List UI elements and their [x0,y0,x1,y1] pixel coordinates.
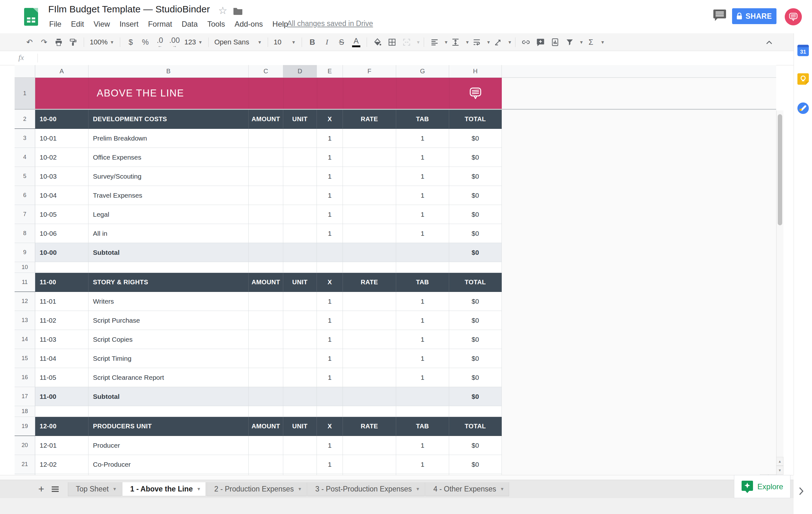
cell-H14[interactable]: $0 [449,330,502,349]
cell-G14[interactable]: 1 [396,330,449,349]
cell-A2[interactable]: 10-00 [35,110,88,128]
cell-E2[interactable]: X [317,110,343,128]
cell-H9[interactable]: $0 [449,243,502,262]
increase-decimal-button[interactable]: .00→ [167,35,182,49]
cell-A4[interactable]: 10-02 [35,148,88,167]
row-header-18[interactable]: 18 [14,406,35,417]
sheet-tab-top-sheet[interactable]: Top Sheet▼ [68,482,121,496]
cell-F16[interactable] [343,368,396,387]
cell-D7[interactable] [283,205,317,224]
column-header-H[interactable]: H [449,65,502,78]
menu-file[interactable]: File [45,18,66,30]
explore-button[interactable]: Explore [734,475,790,498]
cell-F11[interactable]: RATE [343,273,396,292]
cell-H15[interactable]: $0 [449,349,502,368]
row-header-16[interactable]: 16 [14,368,35,387]
cell-A9[interactable]: 10-00 [35,243,88,262]
text-rotation-dropdown[interactable]: ▼ [508,40,512,45]
cell-B18[interactable] [88,406,249,417]
cell-F17[interactable] [343,387,396,406]
cell-A18[interactable] [35,406,88,417]
cell-B2[interactable]: DEVELOPMENT COSTS [88,110,249,128]
cell-B7[interactable]: Legal [88,205,249,224]
row-header-20[interactable]: 20 [14,436,35,455]
cell-E19[interactable]: X [317,417,343,436]
cell-C18[interactable] [249,406,283,417]
cell-G6[interactable]: 1 [396,186,449,205]
cell-A19[interactable]: 12-00 [35,417,88,436]
cell-C11[interactable]: AMOUNT [249,273,283,292]
bold-button[interactable]: B [305,35,320,49]
cell-H7[interactable]: $0 [449,205,502,224]
undo-button[interactable]: ↶ [22,35,37,49]
cell-G12[interactable]: 1 [396,292,449,311]
cell-D5[interactable] [283,167,317,185]
document-title[interactable]: FIlm Budget Template — StudioBinder [48,4,210,15]
menu-view[interactable]: View [89,18,115,30]
vertical-scrollbar[interactable] [776,110,783,457]
row-header-3[interactable]: 3 [14,129,35,147]
cell-D21[interactable] [283,455,317,474]
sheet-tab-menu-icon[interactable]: ▼ [297,486,302,491]
row-header-21[interactable]: 21 [14,455,35,474]
cell-D20[interactable] [283,436,317,455]
cell-G15[interactable]: 1 [396,349,449,368]
insert-link-button[interactable] [519,35,533,49]
sheet-tab-menu-icon[interactable]: ▼ [197,486,201,491]
sheet-tab-2-production-expenses[interactable]: 2 - Production Expenses▼ [206,482,307,496]
cell-G3[interactable]: 1 [396,129,449,147]
cell-G7[interactable]: 1 [396,205,449,224]
cell-F12[interactable] [343,292,396,311]
cell-F10[interactable] [343,262,396,273]
cell-D3[interactable] [283,129,317,147]
functions-dropdown[interactable]: ▼ [601,40,605,45]
cell-C15[interactable] [249,349,283,368]
row-header-12[interactable]: 12 [14,292,35,311]
cell-G2[interactable]: TAB [396,110,449,128]
cell-C21[interactable] [249,455,283,474]
fill-color-button[interactable] [370,35,385,49]
column-header-B[interactable]: B [88,65,249,78]
cell-H6[interactable]: $0 [449,186,502,205]
scroll-down-button[interactable]: ▼ [776,466,783,475]
cell-B11[interactable]: STORY & RIGHTS [88,273,249,292]
cell-E20[interactable]: 1 [317,436,343,455]
row-header-8[interactable]: 8 [14,224,35,243]
cell-C12[interactable] [249,292,283,311]
row-header-5[interactable]: 5 [14,167,35,185]
cell-H10[interactable] [449,262,502,273]
cell-A14[interactable]: 11-03 [35,330,88,349]
row-header-1[interactable]: 1 [14,78,35,109]
cell-G20[interactable]: 1 [396,436,449,455]
filter-button[interactable] [562,35,577,49]
cell-D8[interactable] [283,224,317,243]
keep-icon[interactable] [798,73,809,85]
cell-C7[interactable] [249,205,283,224]
cell-F7[interactable] [343,205,396,224]
cell-A17[interactable]: 11-00 [35,387,88,406]
cell-H21[interactable]: $0 [449,455,502,474]
row-header-11[interactable]: 11 [14,273,35,292]
cell-H8[interactable]: $0 [449,224,502,243]
column-header-G[interactable]: G [396,65,449,78]
cell-D19[interactable]: UNIT [283,417,317,436]
cell-C19[interactable]: AMOUNT [249,417,283,436]
sheet-tab-menu-icon[interactable]: ▼ [415,486,420,491]
cell-F8[interactable] [343,224,396,243]
vertical-align-dropdown[interactable]: ▼ [465,40,469,45]
vertical-scrollbar-thumb[interactable] [778,114,782,225]
cell-H13[interactable]: $0 [449,311,502,330]
sheets-logo-icon[interactable] [24,8,38,26]
cell-C8[interactable] [249,224,283,243]
cell-C16[interactable] [249,368,283,387]
decrease-decimal-button[interactable]: .0← [152,35,167,49]
cell-A15[interactable]: 11-04 [35,349,88,368]
row-header-14[interactable]: 14 [14,330,35,349]
cell-A7[interactable]: 10-05 [35,205,88,224]
cell-A12[interactable]: 11-01 [35,292,88,311]
cell-B9[interactable]: Subtotal [88,243,249,262]
column-header-D[interactable]: D [283,65,317,78]
sheet-tab-menu-icon[interactable]: ▼ [113,486,117,491]
cell-F6[interactable] [343,186,396,205]
cell-B20[interactable]: Producer [88,436,249,455]
